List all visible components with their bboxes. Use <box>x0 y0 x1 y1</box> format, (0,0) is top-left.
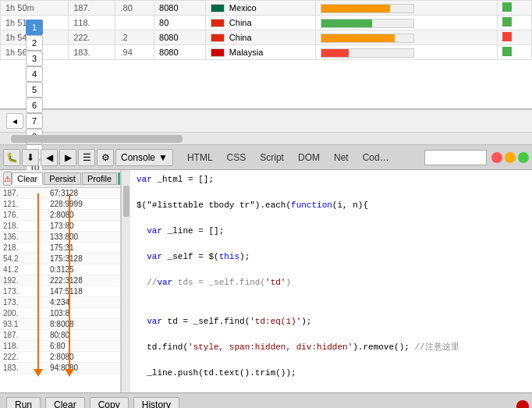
table-row: 1h 56m 183. .94 8080 Malaysia <box>1 45 532 60</box>
code-line: $("#listtable tbody tr").each(function(i… <box>137 199 526 212</box>
log-tab-clear[interactable]: Clear <box>12 172 43 185</box>
bottom-toolbar: Run Clear Copy History <box>0 392 532 408</box>
log-ip: 218. <box>3 222 50 230</box>
tab-dom[interactable]: DOM <box>292 151 326 165</box>
log-tab-persist[interactable]: Persist <box>44 172 81 185</box>
page-button-6[interactable]: 6 <box>26 98 43 113</box>
ip-cell: 183. <box>69 45 115 60</box>
log-entry: 192.222:3128 <box>0 275 120 286</box>
settings-icon-button[interactable]: ⚙ <box>97 149 114 166</box>
bar-cell <box>315 1 497 16</box>
prev-page-button[interactable]: ◄ <box>6 113 23 129</box>
page-button-7[interactable]: 7 <box>26 113 43 129</box>
country-cell: Mexico <box>205 1 315 16</box>
pagination-bar: ◄ 12345678910111213 <box>0 109 532 133</box>
log-entries-list: 187.67:3128121.228:9999176.2:8080218.173… <box>0 188 120 374</box>
code-line: //var tds = _self.find('td') <box>137 276 526 289</box>
log-val: 2:8080 <box>50 353 74 361</box>
bar-cell <box>315 30 497 45</box>
log-val: 8:8008 <box>50 320 74 328</box>
tab-script[interactable]: Script <box>254 151 290 165</box>
status-cell <box>498 45 532 60</box>
port-cell: 80 <box>154 16 206 30</box>
log-val: 133:800 <box>50 232 78 241</box>
clear-button[interactable]: Clear <box>45 397 85 409</box>
country-cell: China <box>205 16 315 30</box>
forward-icon-button[interactable]: ▶ <box>59 149 76 166</box>
status-cell <box>498 16 532 30</box>
log-ip: 218. <box>3 243 50 252</box>
country-cell: China <box>205 30 315 45</box>
page-button-3[interactable]: 3 <box>26 51 43 66</box>
log-val: 4:234 <box>50 298 69 307</box>
ip2-cell <box>115 16 154 30</box>
tab-cod[interactable]: Cod… <box>356 151 395 165</box>
run-button[interactable]: Run <box>6 397 41 409</box>
console-dropdown[interactable]: Console ▼ <box>115 149 173 166</box>
log-val: 173:80 <box>50 222 74 230</box>
page-button-5[interactable]: 5 <box>26 82 43 98</box>
log-tab-profile[interactable]: Profile <box>82 172 117 185</box>
scroll-thumb[interactable] <box>11 135 183 143</box>
log-val: 175:31 <box>50 243 74 252</box>
log-entry: 173.147:5118 <box>0 286 120 297</box>
page-button-1[interactable]: 1 <box>26 20 43 35</box>
tab-css[interactable]: CSS <box>221 151 253 165</box>
bug-icon-button[interactable]: 🐛 <box>3 149 20 166</box>
down-icon-button[interactable]: ⬇ <box>22 149 39 166</box>
tab-html[interactable]: HTML <box>181 151 219 165</box>
log-ip: 183. <box>3 364 50 372</box>
tab-net[interactable]: Net <box>328 151 355 165</box>
page-button-4[interactable]: 4 <box>26 66 43 82</box>
menu-icon-button[interactable]: ☰ <box>78 149 95 166</box>
code-line: _line.push(td.text().trim()); <box>137 367 526 380</box>
history-button[interactable]: History <box>133 397 179 409</box>
log-error-icon[interactable]: ⚠ <box>3 172 12 186</box>
log-val: 147:5118 <box>50 287 83 296</box>
ip-cell: 222. <box>69 30 115 45</box>
copy-button[interactable]: Copy <box>90 397 129 409</box>
log-panel: ⚠ Clear Persist Profile All Erro 187.67:… <box>0 170 121 392</box>
log-scroll-thumb[interactable] <box>123 186 129 217</box>
window-controls <box>491 152 529 163</box>
log-ip: 121. <box>3 200 50 208</box>
log-ip: 187. <box>3 189 50 197</box>
log-entry: 222.2:8080 <box>0 352 120 363</box>
log-entry: 118.6:80 <box>0 341 120 352</box>
devtools-main: ⚠ Clear Persist Profile All Erro 187.67:… <box>0 170 532 392</box>
code-line: td.find('style, span:hidden, div:hidden'… <box>137 341 526 354</box>
dropdown-arrow-icon: ▼ <box>158 152 168 163</box>
log-val: 0:3125 <box>50 265 74 274</box>
log-scrollbar[interactable] <box>121 170 130 392</box>
log-val: 228:9999 <box>50 200 83 208</box>
log-ip: 176. <box>3 211 50 219</box>
code-editor[interactable]: var _html = []; $("#listtable tbody tr")… <box>130 170 532 392</box>
log-val: 94:8080 <box>50 364 78 372</box>
maximize-btn-icon[interactable] <box>518 152 529 163</box>
horizontal-scrollbar[interactable] <box>0 133 532 145</box>
log-entry: 187.80:80 <box>0 330 120 341</box>
port-cell: 8080 <box>154 45 206 60</box>
log-val: 2:8080 <box>50 211 74 219</box>
code-line: var _html = []; <box>137 173 526 186</box>
log-entry: 218.175:31 <box>0 243 120 254</box>
port-cell: 8080 <box>154 30 206 45</box>
log-val: 222:3128 <box>50 276 83 285</box>
log-val: 80:80 <box>50 331 69 339</box>
page-button-2[interactable]: 2 <box>26 35 43 51</box>
log-ip: 136. <box>3 232 50 241</box>
close-btn-icon[interactable] <box>491 152 502 163</box>
table-row: 1h 50m 187. .80 8080 Mexico <box>1 1 532 16</box>
log-entry: 176.2:8080 <box>0 210 120 221</box>
back-icon-button[interactable]: ◀ <box>41 149 58 166</box>
log-ip: 187. <box>3 331 50 339</box>
ip2-cell: .94 <box>115 45 154 60</box>
log-val: 103:8 <box>50 309 69 318</box>
minimize-btn-icon[interactable] <box>505 152 516 163</box>
status-cell <box>498 30 532 45</box>
data-table-area: 1h 50m 187. .80 8080 Mexico 1h 51m 118. … <box>0 0 532 109</box>
search-input[interactable] <box>424 150 487 165</box>
log-val: 175:3128 <box>50 254 83 263</box>
status-cell <box>498 1 532 16</box>
bar-cell <box>315 16 497 30</box>
